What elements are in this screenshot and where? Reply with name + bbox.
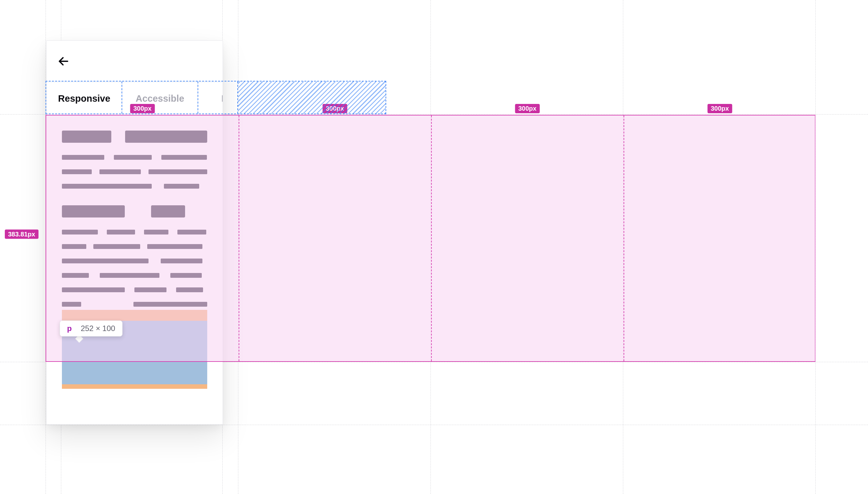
skeleton-bar	[100, 273, 159, 278]
skeleton-bar	[62, 205, 125, 217]
grid-column-line	[623, 115, 624, 361]
skeleton-bar	[177, 230, 206, 234]
paragraph-skeleton	[62, 230, 207, 263]
paragraph-skeleton	[62, 155, 207, 189]
skeleton-bar	[114, 155, 152, 160]
skeleton-bar	[133, 302, 207, 307]
tab-accessible[interactable]: Accessible	[122, 82, 198, 115]
paragraph-skeleton	[62, 273, 207, 307]
skeleton-bar	[170, 273, 202, 278]
skeleton-bar	[62, 244, 86, 249]
flex-free-space-hatch	[238, 81, 386, 114]
tab-horizontal[interactable]: Horizo	[198, 82, 223, 115]
skeleton-bar	[62, 184, 152, 189]
skeleton-bar	[107, 230, 135, 234]
arrow-back-icon[interactable]	[57, 55, 70, 68]
skeleton-bar	[62, 230, 98, 234]
tab-label: Responsive	[58, 93, 110, 104]
skeleton-bar	[62, 155, 104, 160]
box-model-margin	[62, 310, 207, 321]
heading-skeleton	[62, 205, 207, 217]
device-header	[46, 41, 223, 82]
skeleton-bar	[149, 169, 207, 174]
guide-vertical	[45, 0, 46, 494]
skeleton-bar	[134, 287, 167, 292]
box-model-margin	[62, 384, 207, 389]
skeleton-bar	[62, 169, 92, 174]
tab-label: Horizo	[221, 93, 223, 104]
skeleton-bar	[125, 131, 207, 143]
skeleton-bar	[176, 287, 203, 292]
skeleton-bar	[62, 302, 81, 307]
skeleton-bar	[161, 155, 207, 160]
skeleton-bar	[62, 131, 111, 143]
skeleton-bar	[62, 273, 89, 278]
grid-cell	[623, 115, 816, 361]
grid-column-label: 300px	[708, 104, 732, 113]
grid-cell	[239, 115, 431, 361]
grid-row-label: 383.81px	[5, 230, 38, 239]
skeleton-bar	[62, 259, 149, 263]
grid-column-line	[239, 115, 239, 361]
skeleton-bar	[93, 244, 140, 249]
skeleton-bar	[99, 169, 141, 174]
tab-responsive[interactable]: Responsive	[46, 82, 122, 115]
tooltip-dimensions: 252 × 100	[81, 324, 115, 333]
skeleton-bar	[161, 259, 202, 263]
skeleton-bar	[147, 244, 202, 249]
skeleton-bar	[151, 205, 185, 217]
skeleton-bar	[144, 230, 168, 234]
grid-column-line	[431, 115, 432, 361]
heading-skeleton	[62, 131, 207, 143]
ext-column-guide	[238, 0, 238, 494]
grid-column-label: 300px	[515, 104, 540, 113]
grid-column-label: 300px	[323, 104, 347, 113]
skeleton-bar	[164, 184, 199, 189]
guide-horizontal	[0, 425, 868, 425]
tab-label: Accessible	[136, 93, 185, 104]
device-frame: Responsive Accessible Horizo	[46, 40, 223, 425]
tabs: Responsive Accessible Horizo	[46, 82, 223, 115]
skeleton-bar	[62, 287, 125, 292]
ext-column-guide	[815, 0, 816, 494]
element-tooltip: p 252 × 100	[60, 321, 122, 337]
tooltip-tag: p	[67, 324, 72, 333]
grid-cell	[431, 115, 623, 361]
ext-column-guide	[430, 0, 431, 494]
device-content	[46, 116, 223, 389]
